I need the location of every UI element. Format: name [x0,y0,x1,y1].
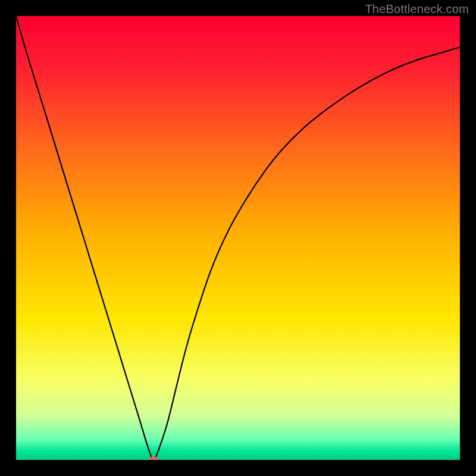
watermark-text: TheBottleneck.com [365,2,469,16]
svg-rect-0 [16,16,460,460]
chart-background-gradient [16,16,460,460]
chart-plot-area [16,16,460,460]
